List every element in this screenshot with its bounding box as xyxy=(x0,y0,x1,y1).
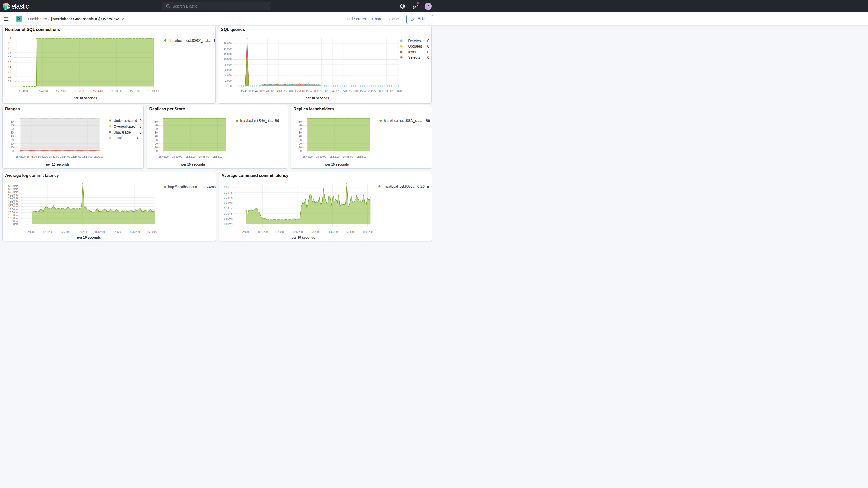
svg-text:15:49:00: 15:49:00 xyxy=(172,155,182,158)
svg-text:15.00ms: 15.00ms xyxy=(8,214,18,217)
svg-text:20: 20 xyxy=(11,143,14,145)
svg-text:0.4: 0.4 xyxy=(7,66,11,69)
svg-text:Underreplicated: Underreplicated xyxy=(114,119,137,123)
svg-text:15:55:00: 15:55:00 xyxy=(343,155,353,158)
svg-text:30: 30 xyxy=(155,139,158,142)
svg-text:50: 50 xyxy=(299,131,302,134)
svg-text:15:49:00: 15:49:00 xyxy=(273,90,283,93)
svg-text:15:59:00: 15:59:00 xyxy=(381,90,392,93)
svg-text:0: 0 xyxy=(139,119,142,123)
svg-text:60: 60 xyxy=(11,128,14,130)
svg-text:0: 0 xyxy=(427,44,429,48)
svg-text:http://localhost:8080...: http://localhost:8080... xyxy=(382,184,415,188)
svg-text:0.3: 0.3 xyxy=(7,71,11,73)
svg-text:15:54:00: 15:54:00 xyxy=(310,231,320,233)
svg-text:Deletes: Deletes xyxy=(408,39,421,43)
svg-text:0.2: 0.2 xyxy=(7,75,11,78)
svg-text:Updates: Updates xyxy=(408,44,422,48)
svg-text:0: 0 xyxy=(230,85,231,88)
svg-text:15:51:00: 15:51:00 xyxy=(295,90,305,93)
svg-text:Inserts: Inserts xyxy=(408,50,419,54)
svg-text:15:58:00: 15:58:00 xyxy=(212,155,222,158)
svg-text:80: 80 xyxy=(11,120,14,123)
svg-text:70: 70 xyxy=(299,124,302,127)
svg-text:15:56:00: 15:56:00 xyxy=(328,231,338,233)
svg-text:15:56:00: 15:56:00 xyxy=(71,155,81,158)
svg-text:Total: Total xyxy=(114,136,122,140)
svg-text:0.9: 0.9 xyxy=(7,42,11,45)
svg-text:16:00:00: 16:00:00 xyxy=(392,90,402,93)
svg-text:0.1: 0.1 xyxy=(7,80,11,83)
svg-text:40: 40 xyxy=(155,135,158,138)
svg-text:40: 40 xyxy=(11,135,14,138)
svg-text:15:48:00: 15:48:00 xyxy=(37,90,48,93)
svg-text:15:46:00: 15:46:00 xyxy=(25,231,35,233)
svg-text:50.00ms: 50.00ms xyxy=(8,193,18,196)
svg-text:1: 1 xyxy=(10,37,11,40)
svg-text:80: 80 xyxy=(299,120,302,123)
svg-text:15:46:00: 15:46:00 xyxy=(303,155,313,158)
svg-text:16:00:00: 16:00:00 xyxy=(147,231,157,233)
svg-text:0.10ms: 0.10ms xyxy=(224,212,232,215)
svg-text:15:48:00: 15:48:00 xyxy=(262,90,273,93)
svg-text:15:46:00: 15:46:00 xyxy=(241,90,251,93)
svg-text:80: 80 xyxy=(155,120,158,123)
svg-text:15:54:00: 15:54:00 xyxy=(328,90,338,93)
svg-text:0.15ms: 0.15ms xyxy=(224,207,232,210)
svg-text:15:54:00: 15:54:00 xyxy=(93,90,103,93)
svg-text:per 10 seconds: per 10 seconds xyxy=(181,163,205,166)
svg-text:16:00:00: 16:00:00 xyxy=(148,90,158,93)
svg-text:0: 0 xyxy=(156,150,158,153)
svg-text:0.30ms: 0.30ms xyxy=(224,191,232,194)
svg-text:0.00ms: 0.00ms xyxy=(10,223,18,225)
svg-text:15:52:00: 15:52:00 xyxy=(185,155,195,158)
svg-text:15:50:00: 15:50:00 xyxy=(275,231,285,233)
svg-text:0: 0 xyxy=(139,130,142,134)
svg-text:15:56:00: 15:56:00 xyxy=(111,90,121,93)
svg-text:65.00ms: 65.00ms xyxy=(8,184,18,187)
svg-text:0.00ms: 0.00ms xyxy=(224,223,232,225)
svg-text:per 10 seconds: per 10 seconds xyxy=(291,236,315,239)
svg-text:15:50:00: 15:50:00 xyxy=(56,90,66,93)
svg-text:0.20ms: 0.20ms xyxy=(224,202,232,205)
svg-text:15:48:00: 15:48:00 xyxy=(257,231,268,233)
svg-text:60: 60 xyxy=(155,128,158,130)
svg-text:40: 40 xyxy=(299,135,302,138)
svg-text:0.6: 0.6 xyxy=(7,56,11,59)
svg-text:Overreplicated: Overreplicated xyxy=(114,124,135,128)
svg-text:15:53:00: 15:53:00 xyxy=(316,90,327,93)
svg-text:0.8: 0.8 xyxy=(7,47,11,50)
svg-text:0: 0 xyxy=(427,39,429,43)
svg-text:16:00:00: 16:00:00 xyxy=(93,155,103,158)
svg-text:15:58:00: 15:58:00 xyxy=(82,155,92,158)
svg-text:0: 0 xyxy=(427,50,429,54)
svg-text:20: 20 xyxy=(299,143,302,145)
svg-text:15:50:00: 15:50:00 xyxy=(38,155,48,158)
svg-text:15:58:00: 15:58:00 xyxy=(130,90,140,93)
svg-text:2,000: 2,000 xyxy=(225,80,231,82)
svg-text:15:50:00: 15:50:00 xyxy=(60,231,70,233)
svg-text:89: 89 xyxy=(426,119,430,123)
svg-text:30: 30 xyxy=(299,139,302,142)
svg-text:15:55:00: 15:55:00 xyxy=(338,90,348,93)
svg-text:0: 0 xyxy=(301,150,302,153)
svg-text:15:47:00: 15:47:00 xyxy=(252,90,262,93)
svg-text:15:56:00: 15:56:00 xyxy=(349,90,359,93)
svg-text:http://localhost:8080/_sta...: http://localhost:8080/_sta... xyxy=(384,119,422,123)
svg-text:6,000: 6,000 xyxy=(225,69,231,72)
svg-text:40.00ms: 40.00ms xyxy=(8,199,18,202)
svg-text:15:46:00: 15:46:00 xyxy=(19,90,29,93)
svg-text:15:58:00: 15:58:00 xyxy=(356,155,367,158)
svg-text:per 10 seconds: per 10 seconds xyxy=(306,96,329,100)
svg-text:50: 50 xyxy=(11,131,14,134)
svg-text:45.00ms: 45.00ms xyxy=(8,196,18,199)
svg-text:0.7: 0.7 xyxy=(7,52,11,54)
svg-text:50: 50 xyxy=(155,131,158,134)
svg-text:10: 10 xyxy=(11,146,14,149)
svg-text:60.00ms: 60.00ms xyxy=(8,187,18,190)
svg-text:0: 0 xyxy=(139,124,142,128)
svg-text:10.00ms: 10.00ms xyxy=(8,217,18,220)
svg-text:1: 1 xyxy=(213,38,215,42)
svg-text:per 10 seconds: per 10 seconds xyxy=(73,96,97,100)
svg-text:15:48:00: 15:48:00 xyxy=(42,231,53,233)
